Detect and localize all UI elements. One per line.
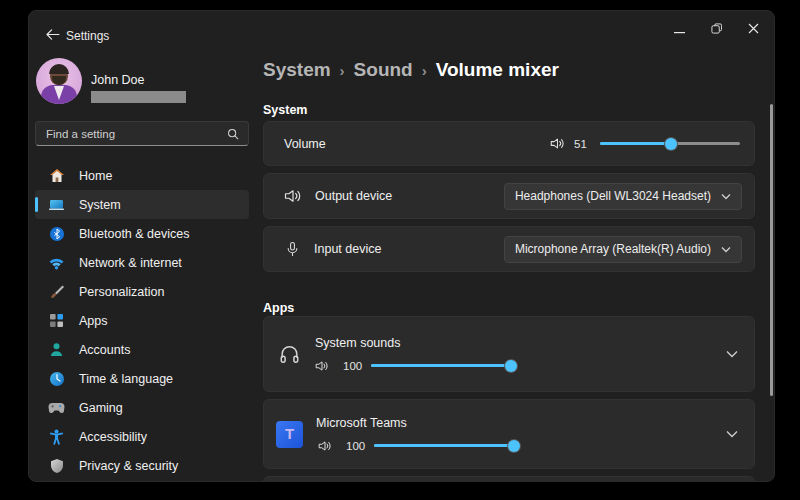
network-icon (48, 254, 65, 271)
time-language-icon (48, 370, 65, 387)
sidebar-item-network-internet[interactable]: Network & internet (35, 248, 249, 277)
output-device-label: Output device (315, 189, 392, 203)
sidebar-item-apps[interactable]: Apps (35, 306, 249, 335)
expand-chevron-icon[interactable] (726, 430, 738, 438)
personalization-icon (48, 283, 65, 300)
speaker-icon (284, 188, 302, 204)
volume-label: Volume (284, 137, 326, 151)
app-volume-slider[interactable] (374, 439, 514, 453)
restore-button[interactable] (698, 11, 735, 47)
speaker-icon[interactable] (315, 360, 329, 372)
breadcrumb-separator: › (340, 62, 345, 79)
slider-thumb[interactable] (508, 440, 520, 452)
sidebar-item-label: Personalization (79, 285, 164, 299)
restore-icon (711, 20, 722, 38)
app-name: System sounds (315, 336, 726, 350)
breadcrumb-system[interactable]: System (263, 59, 331, 81)
breadcrumb-sound[interactable]: Sound (354, 59, 413, 81)
selected-indicator (35, 197, 38, 212)
volume-slider[interactable] (600, 137, 740, 151)
input-device-card: Input device Microphone Array (Realtek(R… (263, 226, 755, 272)
speaker-icon[interactable] (550, 137, 565, 150)
back-button[interactable] (37, 24, 67, 46)
window-controls (661, 11, 772, 51)
home-icon (48, 167, 65, 184)
user-email-placeholder (91, 91, 186, 103)
input-device-value: Microphone Array (Realtek(R) Audio) (515, 242, 711, 256)
input-device-label: Input device (314, 242, 381, 256)
section-label-system: System (263, 103, 307, 117)
app-card-microsoft-teams: T Microsoft Teams 100 (263, 399, 755, 469)
app-name: Microsoft Teams (316, 416, 726, 430)
accessibility-icon (48, 428, 65, 445)
app-volume-value: 100 (346, 440, 374, 452)
volume-value: 51 (574, 138, 596, 150)
headphones-icon (278, 343, 301, 365)
app-title: Settings (66, 29, 109, 43)
minimize-icon (674, 20, 685, 38)
app-card-system-sounds: System sounds 100 (263, 316, 755, 392)
gaming-icon (48, 399, 65, 416)
sidebar-nav: Home System Bluetooth & devices Network … (35, 161, 249, 480)
sidebar-item-personalization[interactable]: Personalization (35, 277, 249, 306)
sidebar-item-label: Accounts (79, 343, 130, 357)
sidebar-item-label: Home (79, 169, 112, 183)
slider-thumb[interactable] (665, 138, 677, 150)
app-card-partial (263, 476, 755, 482)
expand-chevron-icon[interactable] (726, 350, 738, 358)
sidebar-item-privacy-security[interactable]: Privacy & security (35, 451, 249, 480)
page-title: Volume mixer (436, 59, 559, 81)
privacy-icon (48, 457, 65, 474)
breadcrumb-separator: › (422, 62, 427, 79)
accounts-icon (48, 341, 65, 358)
microphone-icon (286, 241, 299, 258)
output-device-value: Headphones (Dell WL3024 Headset) (515, 189, 711, 203)
sidebar-item-label: Accessibility (79, 430, 147, 444)
sidebar-item-label: Bluetooth & devices (79, 227, 190, 241)
output-device-card: Output device Headphones (Dell WL3024 He… (263, 173, 755, 219)
speaker-icon[interactable] (318, 440, 332, 452)
app-volume-slider[interactable] (371, 359, 511, 373)
teams-icon: T (276, 421, 303, 448)
slider-thumb[interactable] (505, 360, 517, 372)
section-label-apps: Apps (263, 301, 294, 315)
titlebar: Settings (29, 11, 774, 55)
bluetooth-icon (48, 225, 65, 242)
scrollbar-thumb[interactable] (770, 104, 773, 396)
sidebar-item-bluetooth-devices[interactable]: Bluetooth & devices (35, 219, 249, 248)
output-device-dropdown[interactable]: Headphones (Dell WL3024 Headset) (504, 183, 742, 210)
sidebar-item-label: System (79, 198, 121, 212)
app-volume-value: 100 (343, 360, 371, 372)
volume-card: Volume 51 (263, 121, 755, 166)
close-button[interactable] (735, 11, 772, 47)
sidebar-item-system[interactable]: System (35, 190, 249, 219)
breadcrumb: System › Sound › Volume mixer (263, 59, 559, 81)
back-arrow-icon (45, 26, 60, 44)
sidebar-item-time-language[interactable]: Time & language (35, 364, 249, 393)
search-box (35, 121, 249, 146)
sidebar-item-accessibility[interactable]: Accessibility (35, 422, 249, 451)
chevron-down-icon (721, 246, 731, 253)
search-input[interactable] (36, 128, 227, 140)
sidebar-item-accounts[interactable]: Accounts (35, 335, 249, 364)
sidebar-item-label: Network & internet (79, 256, 182, 270)
sidebar-item-gaming[interactable]: Gaming (35, 393, 249, 422)
sidebar-item-label: Apps (79, 314, 108, 328)
apps-icon (48, 312, 65, 329)
user-name: John Doe (91, 73, 145, 87)
settings-window: Settings John Doe (28, 10, 775, 482)
sidebar-item-label: Gaming (79, 401, 123, 415)
sidebar-item-label: Time & language (79, 372, 173, 386)
search-icon (227, 128, 239, 140)
sidebar-item-label: Privacy & security (79, 459, 178, 473)
close-icon (748, 20, 759, 38)
chevron-down-icon (721, 193, 731, 200)
input-device-dropdown[interactable]: Microphone Array (Realtek(R) Audio) (504, 236, 742, 263)
avatar[interactable] (36, 58, 82, 104)
minimize-button[interactable] (661, 11, 698, 47)
system-icon (48, 196, 65, 213)
sidebar-item-home[interactable]: Home (35, 161, 249, 190)
